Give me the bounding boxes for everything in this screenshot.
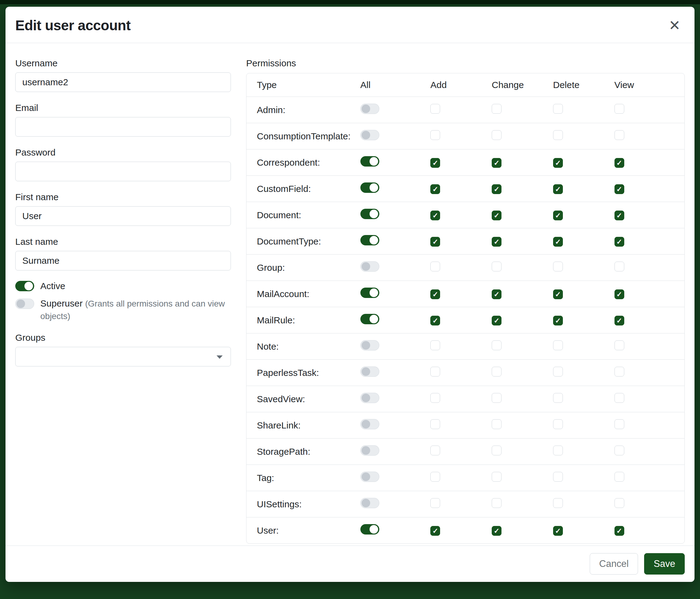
permission-savedview-all-toggle[interactable] [360,393,379,403]
permission-uisettings-view-checkbox[interactable] [615,498,624,508]
permission-sharelink-view-checkbox[interactable] [615,419,624,429]
superuser-toggle[interactable] [15,298,34,309]
permission-document-delete-checkbox[interactable] [553,211,563,220]
permission-savedview-change-checkbox[interactable] [492,393,501,403]
permission-customfield-view-checkbox[interactable] [615,184,624,194]
permission-user-add-checkbox[interactable] [430,526,440,536]
permission-sharelink-all-toggle[interactable] [360,419,379,429]
permission-sharelink-add-checkbox[interactable] [430,419,440,429]
permission-customfield-add-checkbox[interactable] [430,184,440,194]
permission-correspondent-add-checkbox[interactable] [430,158,440,168]
cancel-button[interactable]: Cancel [590,553,638,575]
permission-mailaccount-add-checkbox[interactable] [430,289,440,299]
permission-document-add-checkbox[interactable] [430,211,440,220]
permission-mailaccount-all-toggle[interactable] [360,288,379,298]
permission-type-admin: Admin: [257,105,285,115]
permission-group-change-checkbox[interactable] [492,262,501,271]
permission-consumptiontemplate-delete-checkbox[interactable] [553,130,563,140]
permission-consumptiontemplate-add-checkbox[interactable] [430,130,440,140]
active-toggle[interactable] [15,281,34,291]
permission-document-view-checkbox[interactable] [615,211,624,220]
permission-tag-all-toggle[interactable] [360,472,379,482]
permission-admin-add-checkbox[interactable] [430,104,440,114]
first-name-label: First name [15,192,231,202]
permission-paperlesstask-change-checkbox[interactable] [492,367,501,377]
username-input[interactable] [15,72,231,92]
permission-group-view-checkbox[interactable] [615,262,624,271]
permission-storagepath-delete-checkbox[interactable] [553,446,563,455]
permission-customfield-all-toggle[interactable] [360,183,379,193]
permission-sharelink-change-checkbox[interactable] [492,419,501,429]
last-name-input[interactable] [15,251,231,270]
permission-storagepath-add-checkbox[interactable] [430,446,440,455]
permission-documenttype-all-toggle[interactable] [360,235,379,245]
permission-savedview-add-checkbox[interactable] [430,393,440,403]
permission-mailrule-view-checkbox[interactable] [615,316,624,326]
permission-consumptiontemplate-change-checkbox[interactable] [492,130,501,140]
permission-correspondent-all-toggle[interactable] [360,156,379,167]
password-input[interactable] [15,162,231,181]
permission-document-all-toggle[interactable] [360,209,379,219]
permission-note-view-checkbox[interactable] [615,340,624,350]
permission-storagepath-change-checkbox[interactable] [492,446,501,455]
permission-customfield-change-checkbox[interactable] [492,184,501,194]
permission-tag-change-checkbox[interactable] [492,472,501,482]
permission-group-add-checkbox[interactable] [430,262,440,271]
permission-note-all-toggle[interactable] [360,340,379,351]
permission-note-add-checkbox[interactable] [430,340,440,350]
permission-mailaccount-change-checkbox[interactable] [492,289,501,299]
permission-customfield-delete-checkbox[interactable] [553,184,563,194]
permission-documenttype-change-checkbox[interactable] [492,237,501,247]
permission-admin-all-toggle[interactable] [360,103,379,114]
permission-uisettings-add-checkbox[interactable] [430,498,440,508]
groups-select[interactable] [15,347,231,366]
permission-group-all-toggle[interactable] [360,261,379,272]
permission-correspondent-view-checkbox[interactable] [615,158,624,168]
permission-storagepath-view-checkbox[interactable] [615,446,624,455]
permission-uisettings-change-checkbox[interactable] [492,498,501,508]
email-input[interactable] [15,117,231,137]
permission-uisettings-all-toggle[interactable] [360,498,379,508]
permission-tag-delete-checkbox[interactable] [553,472,563,482]
save-button[interactable]: Save [644,553,685,575]
permission-documenttype-view-checkbox[interactable] [615,237,624,247]
toggle-knob [361,262,370,271]
permission-user-view-checkbox[interactable] [615,526,624,536]
permission-tag-add-checkbox[interactable] [430,472,440,482]
permission-mailrule-change-checkbox[interactable] [492,316,501,326]
permission-uisettings-delete-checkbox[interactable] [553,498,563,508]
permission-storagepath-all-toggle[interactable] [360,445,379,456]
permission-note-delete-checkbox[interactable] [553,340,563,350]
permission-documenttype-add-checkbox[interactable] [430,237,440,247]
permission-mailrule-all-toggle[interactable] [360,314,379,324]
permission-admin-view-checkbox[interactable] [615,104,624,114]
permission-sharelink-delete-checkbox[interactable] [553,419,563,429]
permission-admin-change-checkbox[interactable] [492,104,501,114]
permission-paperlesstask-delete-checkbox[interactable] [553,367,563,377]
permission-user-delete-checkbox[interactable] [553,526,563,536]
permission-tag-view-checkbox[interactable] [615,472,624,482]
permission-consumptiontemplate-all-toggle[interactable] [360,130,379,140]
permission-admin-delete-checkbox[interactable] [553,104,563,114]
permission-paperlesstask-add-checkbox[interactable] [430,367,440,377]
permission-savedview-delete-checkbox[interactable] [553,393,563,403]
permission-document-change-checkbox[interactable] [492,211,501,220]
permission-user-change-checkbox[interactable] [492,526,501,536]
permission-documenttype-delete-checkbox[interactable] [553,237,563,247]
permission-type-note: Note: [257,341,279,352]
permission-paperlesstask-all-toggle[interactable] [360,366,379,377]
permission-mailaccount-delete-checkbox[interactable] [553,289,563,299]
permission-mailrule-delete-checkbox[interactable] [553,316,563,326]
permission-correspondent-change-checkbox[interactable] [492,158,501,168]
permission-paperlesstask-view-checkbox[interactable] [615,367,624,377]
permission-consumptiontemplate-view-checkbox[interactable] [615,130,624,140]
first-name-input[interactable] [15,206,231,226]
permission-mailaccount-view-checkbox[interactable] [615,289,624,299]
permission-note-change-checkbox[interactable] [492,340,501,350]
permission-mailrule-add-checkbox[interactable] [430,316,440,326]
permission-group-delete-checkbox[interactable] [553,262,563,271]
permission-user-all-toggle[interactable] [360,524,379,534]
permission-savedview-view-checkbox[interactable] [615,393,624,403]
permission-correspondent-delete-checkbox[interactable] [553,158,563,168]
close-icon[interactable]: ✕ [667,17,682,34]
